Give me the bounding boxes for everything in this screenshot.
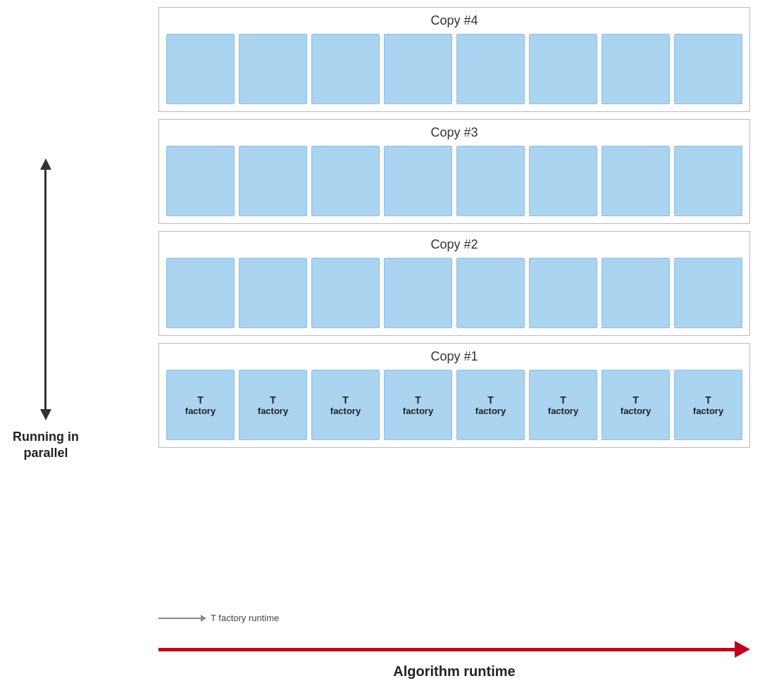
copy-1-title: Copy #1 xyxy=(166,349,742,364)
factory-box xyxy=(529,146,597,216)
factory-box xyxy=(239,258,307,328)
f-label: factory xyxy=(621,406,651,416)
factory-box xyxy=(311,146,380,216)
algorithm-arrow-line xyxy=(158,648,735,651)
factory-box-labeled: T factory xyxy=(456,370,525,440)
factory-box xyxy=(456,258,525,328)
f-label: factory xyxy=(258,406,288,416)
factory-box xyxy=(239,146,307,216)
parallel-label: Running in parallel xyxy=(13,429,79,462)
copies-area: Copy #4 Copy #3 Copy #2 xyxy=(158,7,750,455)
factory-box xyxy=(602,34,670,104)
t-label: T xyxy=(415,394,421,406)
factory-box xyxy=(456,146,525,216)
algorithm-runtime-label: Algorithm runtime xyxy=(393,663,515,680)
factory-box xyxy=(384,146,452,216)
t-factory-runtime: T factory runtime xyxy=(158,613,750,623)
f-label: factory xyxy=(330,406,361,416)
small-arrow-line xyxy=(158,618,201,619)
factory-box xyxy=(384,34,452,104)
factory-box xyxy=(239,34,307,104)
copy-1-section: Copy #1 T factory T factory T factory T … xyxy=(158,343,750,448)
factory-box-labeled: T factory xyxy=(311,370,380,440)
copy-4-section: Copy #4 xyxy=(158,7,750,112)
t-factory-runtime-label: T factory runtime xyxy=(211,613,279,623)
factory-box-labeled: T factory xyxy=(384,370,452,440)
algorithm-arrow-container xyxy=(158,641,750,658)
factory-box xyxy=(166,34,235,104)
factory-box-labeled: T factory xyxy=(166,370,235,440)
factory-box xyxy=(311,258,380,328)
t-label: T xyxy=(633,394,639,406)
f-label: factory xyxy=(475,406,506,416)
factory-box xyxy=(602,258,670,328)
copy-3-title: Copy #3 xyxy=(166,125,742,140)
arrow-head-up xyxy=(40,158,51,170)
t-label: T xyxy=(197,394,204,406)
f-label: factory xyxy=(693,406,723,416)
copy-4-row xyxy=(166,34,742,104)
factory-box-labeled: T factory xyxy=(239,370,307,440)
factory-box-labeled: T factory xyxy=(602,370,670,440)
t-label: T xyxy=(560,394,566,406)
copy-2-row xyxy=(166,258,742,328)
arrow-line-vertical xyxy=(44,170,46,409)
factory-box-labeled: T factory xyxy=(529,370,597,440)
copy-2-title: Copy #2 xyxy=(166,237,742,252)
algorithm-runtime-area: Algorithm runtime xyxy=(158,641,750,680)
factory-box xyxy=(456,34,525,104)
factory-box xyxy=(674,34,742,104)
f-label: factory xyxy=(185,406,216,416)
factory-box xyxy=(384,258,452,328)
t-label: T xyxy=(270,394,276,406)
t-label: T xyxy=(487,394,494,406)
t-factory-runtime-area: T factory runtime xyxy=(158,613,750,627)
factory-box xyxy=(529,258,597,328)
t-label: T xyxy=(342,394,349,406)
factory-box-labeled: T factory xyxy=(674,370,742,440)
factory-box xyxy=(166,146,235,216)
copy-4-title: Copy #4 xyxy=(166,13,742,28)
copy-3-section: Copy #3 xyxy=(158,119,750,224)
t-label: T xyxy=(705,394,711,406)
copy-2-section: Copy #2 xyxy=(158,231,750,336)
copy-3-row xyxy=(166,146,742,216)
factory-box xyxy=(166,258,235,328)
factory-box xyxy=(674,146,742,216)
arrow-head-down xyxy=(40,409,51,420)
algorithm-arrow-head xyxy=(735,641,750,658)
small-runtime-arrow xyxy=(158,615,206,622)
vertical-arrow xyxy=(40,158,51,420)
copy-1-row: T factory T factory T factory T factory … xyxy=(166,370,742,440)
factory-box xyxy=(602,146,670,216)
factory-box xyxy=(529,34,597,104)
f-label: factory xyxy=(403,406,433,416)
f-label: factory xyxy=(548,406,578,416)
factory-box xyxy=(674,258,742,328)
factory-box xyxy=(311,34,380,104)
parallel-axis: Running in parallel xyxy=(13,14,79,606)
small-arrow-head xyxy=(201,615,206,622)
